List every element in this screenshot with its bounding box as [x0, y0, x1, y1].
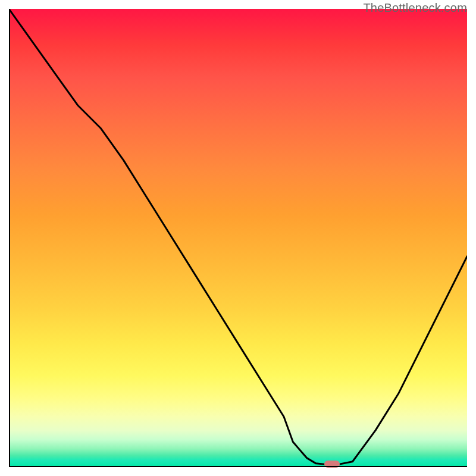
bottleneck-curve-path — [9, 9, 467, 464]
curve-layer — [9, 9, 467, 467]
bottleneck-chart: TheBottleneck.com — [0, 0, 476, 476]
watermark-text: TheBottleneck.com — [363, 1, 467, 15]
optimal-marker — [324, 461, 340, 468]
